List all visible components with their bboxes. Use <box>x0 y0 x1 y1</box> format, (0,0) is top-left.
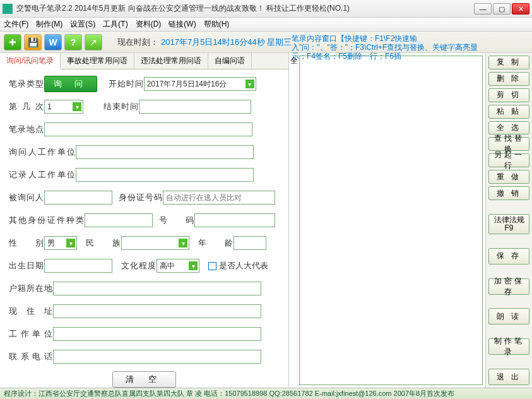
asker-unit-input[interactable] <box>76 145 254 159</box>
phone-input[interactable] <box>53 350 261 364</box>
clock-label: 现在时刻： <box>117 37 158 48</box>
birth-input[interactable] <box>44 259 112 273</box>
record-type-button[interactable]: 询 问 <box>44 76 97 92</box>
count-value: 1 <box>47 102 52 111</box>
asked-input[interactable] <box>44 191 112 205</box>
app-icon <box>3 4 13 14</box>
newline-button[interactable]: 另起一行 <box>488 153 529 167</box>
shortcut-hint: 笔录内容窗口【快捷键：F1\F2快速输入"问："、"答："；F3\Ctrl+F查… <box>292 34 481 61</box>
hukou-label: 户籍所在地 <box>9 283 53 294</box>
menu-tools[interactable]: 工具(T) <box>103 19 127 30</box>
tab-accident[interactable]: 事故处理常用问语 <box>61 53 134 69</box>
chevron-down-icon: ▾ <box>189 261 198 270</box>
save-icon[interactable]: 💾 <box>24 34 42 51</box>
menu-file[interactable]: 文件(F) <box>4 19 28 30</box>
start-time-label: 开始时间 <box>109 78 144 90</box>
end-time-input[interactable] <box>139 100 251 114</box>
link-icon[interactable]: ↗ <box>85 34 102 51</box>
age-input[interactable] <box>233 236 266 250</box>
end-time-label: 结束时间 <box>103 101 139 112</box>
sex-select[interactable]: 男 ▾ <box>44 236 77 250</box>
menu-make[interactable]: 制作(M) <box>36 19 62 30</box>
tab-custom[interactable]: 自编问语 <box>208 53 252 69</box>
numcode-label: 号 码 <box>159 215 194 226</box>
menu-settings[interactable]: 设置(S) <box>70 19 95 30</box>
phone-label: 联系电话 <box>9 351 53 362</box>
type-label: 笔录类型 <box>9 78 44 90</box>
statusbar: 程序设计：江西省公安厅交通警察总队直属四支队第四大队 章 凌 电话：150795… <box>0 388 532 399</box>
id-input[interactable] <box>163 191 275 205</box>
id-label: 身份证号码 <box>119 192 163 203</box>
clear-button[interactable]: 清 空 <box>112 371 177 388</box>
tab-violation[interactable]: 违法处理常用问语 <box>134 53 208 69</box>
other-id-label: 其他身份证件种类 <box>9 215 85 226</box>
undo-button[interactable]: 撤 销 <box>488 186 529 200</box>
edu-label: 文化程度 <box>121 260 157 271</box>
people-rep-label: 是否人大代表 <box>219 260 268 271</box>
other-id-input[interactable] <box>85 213 153 227</box>
start-time-value: 2017年7月5日14时16分 <box>147 79 227 90</box>
minimize-button[interactable]: — <box>474 3 492 15</box>
age-label: 年 龄 <box>198 237 233 249</box>
tabs: 询问/讯问笔录 事故处理常用问语 违法处理常用问语 自编问语 <box>0 53 288 69</box>
read-button[interactable]: 朗 读 <box>488 308 529 325</box>
selectall-button[interactable]: 全 选 <box>488 121 529 135</box>
place-input[interactable] <box>44 122 252 136</box>
law-button[interactable]: 法律法规 F9 <box>488 214 529 234</box>
hukou-input[interactable] <box>53 282 261 295</box>
cut-button[interactable]: 剪 切 <box>488 88 529 102</box>
birth-label: 出生日期 <box>9 260 44 271</box>
addr-input[interactable] <box>53 304 261 318</box>
menubar: 文件(F) 制作(M) 设置(S) 工具(T) 资料(D) 链接(W) 帮助(H… <box>0 18 532 32</box>
right-panel: 复 制 删 除 剪 切 粘 贴 全 选 查找替换 另起一行 重 做 撤 销 法律… <box>485 53 532 388</box>
chevron-down-icon: ▾ <box>245 80 254 88</box>
maximize-button[interactable]: ▢ <box>493 3 511 15</box>
edu-value: 高中 <box>160 261 175 271</box>
form: 笔录类型 询 问 开始时间 2017年7月5日14时16分 ▾ 第 几 次 1 … <box>0 69 288 388</box>
chevron-down-icon: ▾ <box>66 239 75 247</box>
work-input[interactable] <box>53 327 261 341</box>
nation-select[interactable]: ▾ <box>121 236 189 250</box>
start-time-select[interactable]: 2017年7月5日14时16分 ▾ <box>144 77 256 91</box>
find-button[interactable]: 查找替换 <box>488 137 529 151</box>
count-select[interactable]: 1 ▾ <box>44 100 83 114</box>
asked-label: 被询问人 <box>9 192 44 203</box>
recorder-unit-label: 记录人工作单位 <box>9 169 76 181</box>
save-encrypted-button[interactable]: 加密保存 <box>488 278 529 295</box>
close-button[interactable]: ✕ <box>512 3 529 15</box>
numcode-input[interactable] <box>194 213 275 227</box>
exit-button[interactable]: 退 出 <box>488 369 529 385</box>
word-icon[interactable]: W <box>44 34 62 51</box>
sex-value: 男 <box>47 238 55 249</box>
titlebar: 交警电子笔录2.2 2014年5月更新 向奋战在公安交通管理一线的战友致敬！ 科… <box>0 0 532 18</box>
nation-label: 民 族 <box>86 237 121 249</box>
delete-button[interactable]: 删 除 <box>488 72 529 86</box>
people-rep-checkbox[interactable] <box>208 262 216 270</box>
chevron-down-icon: ▾ <box>179 239 187 247</box>
tab-interrogation[interactable]: 询问/讯问笔录 <box>0 53 61 69</box>
help-icon[interactable]: ? <box>64 34 82 51</box>
edu-select[interactable]: 高中 ▾ <box>157 259 199 273</box>
save-button[interactable]: 保 存 <box>488 248 529 265</box>
toolbar: ✚ 💾 W ? ↗ 现在时刻： 2017年7月5日14时16分44秒 星期三 笔… <box>0 32 532 53</box>
new-icon[interactable]: ✚ <box>4 34 21 51</box>
copy-button[interactable]: 复 制 <box>488 56 529 69</box>
content-editor[interactable] <box>299 56 483 385</box>
redo-button[interactable]: 重 做 <box>488 170 529 184</box>
make-record-button[interactable]: 制作笔录 <box>488 338 529 355</box>
window-title: 交警电子笔录2.2 2014年5月更新 向奋战在公安交通管理一线的战友致敬！ 科… <box>16 3 474 14</box>
full-indicator: 全 <box>289 53 299 388</box>
left-panel: 询问/讯问笔录 事故处理常用问语 违法处理常用问语 自编问语 笔录类型 询 问 … <box>0 53 289 388</box>
addr-label: 现 住 址 <box>9 306 53 317</box>
sex-label: 性 别 <box>9 237 44 249</box>
menu-help[interactable]: 帮助(H) <box>204 19 230 30</box>
paste-button[interactable]: 粘 贴 <box>488 105 529 119</box>
clock-value: 2017年7月5日14时16分44秒 星期三 <box>161 37 292 48</box>
count-label: 第 几 次 <box>9 101 44 112</box>
asker-unit-label: 询问人工作单位 <box>9 146 76 158</box>
menu-data[interactable]: 资料(D) <box>136 19 162 30</box>
center-panel: 全 <box>289 53 485 388</box>
menu-links[interactable]: 链接(W) <box>168 19 196 30</box>
chevron-down-icon: ▾ <box>73 102 81 111</box>
recorder-unit-input[interactable] <box>76 168 254 182</box>
